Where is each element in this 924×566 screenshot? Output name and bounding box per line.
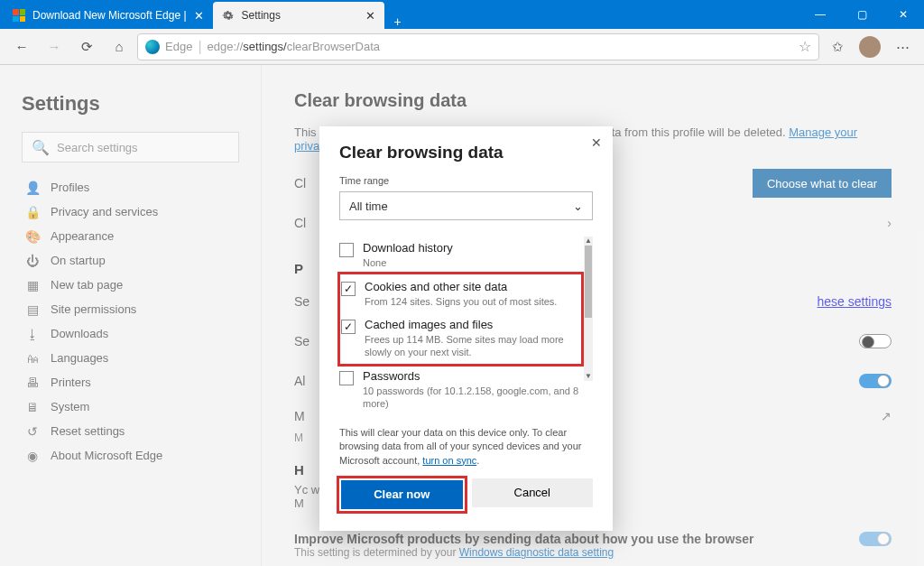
tab-title: Settings [242,9,281,22]
scroll-up-arrow[interactable]: ▲ [584,237,593,246]
check-subtitle: From 124 sites. Signs you out of most si… [365,295,557,308]
check-item[interactable]: ✓Cached images and filesFrees up 114 MB.… [341,313,580,364]
refresh-button[interactable]: ⟳ [72,32,101,61]
favorites-button[interactable]: ✩ [823,32,852,61]
window-titlebar: Download New Microsoft Edge | ✕ Settings… [0,0,924,29]
scrollbar[interactable]: ▲ ▼ [584,237,593,381]
tab-strip: Download New Microsoft Edge | ✕ Settings… [0,0,411,29]
check-title: Cookies and other site data [365,280,557,293]
check-item[interactable]: Download historyNone [339,237,582,274]
browser-toolbar: ← → ⟳ ⌂ Edge | edge://settings/clearBrow… [0,29,924,65]
check-subtitle: Frees up 114 MB. Some sites may load mor… [365,333,580,359]
favorite-star-icon[interactable]: ☆ [799,38,811,55]
clear-now-button[interactable]: Clear now [341,480,463,509]
tab-active[interactable]: Settings ✕ [213,2,384,29]
checkbox[interactable] [339,371,354,385]
address-identity: Edge [165,40,192,53]
microsoft-icon [13,9,25,22]
check-title: Cached images and files [365,318,580,331]
dialog-note: This will clear your data on this device… [339,426,593,468]
gear-icon [222,9,235,22]
checkbox[interactable] [339,243,354,257]
cancel-button[interactable]: Cancel [472,478,594,507]
checklist: ▲ ▼ Download historyNone✓Cookies and oth… [339,237,593,415]
tab-title: Download New Microsoft Edge | [32,9,187,22]
maximize-button[interactable]: ▢ [841,0,882,29]
check-subtitle: None [363,256,453,269]
dialog-buttons: Clear now Cancel [339,478,593,511]
new-tab-button[interactable]: + [384,14,411,29]
check-title: Passwords [363,369,582,383]
highlighted-checks: ✓Cookies and other site dataFrom 124 sit… [339,274,582,365]
chevron-down-icon: ⌄ [573,199,583,213]
menu-button[interactable]: ⋯ [888,32,917,61]
window-controls: — ▢ ✕ [799,0,924,29]
close-window-button[interactable]: ✕ [882,0,924,29]
profile-avatar[interactable] [859,36,881,58]
minimize-button[interactable]: — [799,0,841,29]
close-tab-icon[interactable]: ✕ [365,9,375,23]
clear-browsing-data-dialog: ✕ Clear browsing data Time range All tim… [319,126,613,531]
scroll-thumb[interactable] [585,246,592,318]
address-url: edge://settings/clearBrowserData [208,40,381,53]
scroll-down-arrow[interactable]: ▼ [584,372,593,381]
dialog-title: Clear browsing data [339,143,593,162]
check-title: Download history [363,241,453,255]
time-range-label: Time range [339,175,593,186]
checkbox[interactable]: ✓ [341,320,356,334]
turn-on-sync-link[interactable]: turn on sync [422,455,476,466]
address-bar[interactable]: Edge | edge://settings/clearBrowserData … [137,33,819,60]
time-range-value: All time [349,199,388,213]
forward-button[interactable]: → [40,32,69,61]
close-dialog-button[interactable]: ✕ [591,135,602,150]
home-button[interactable]: ⌂ [105,32,134,61]
tab-inactive[interactable]: Download New Microsoft Edge | ✕ [4,2,213,29]
back-button[interactable]: ← [7,32,36,61]
close-tab-icon[interactable]: ✕ [194,9,204,23]
edge-icon [145,40,160,54]
checkbox[interactable]: ✓ [341,282,356,296]
check-subtitle: 10 passwords (for 10.1.2.158, google.com… [363,385,582,411]
time-range-select[interactable]: All time ⌄ [339,191,593,220]
check-item[interactable]: ✓Cookies and other site dataFrom 124 sit… [341,275,580,312]
check-item[interactable]: Passwords10 passwords (for 10.1.2.158, g… [339,365,582,415]
